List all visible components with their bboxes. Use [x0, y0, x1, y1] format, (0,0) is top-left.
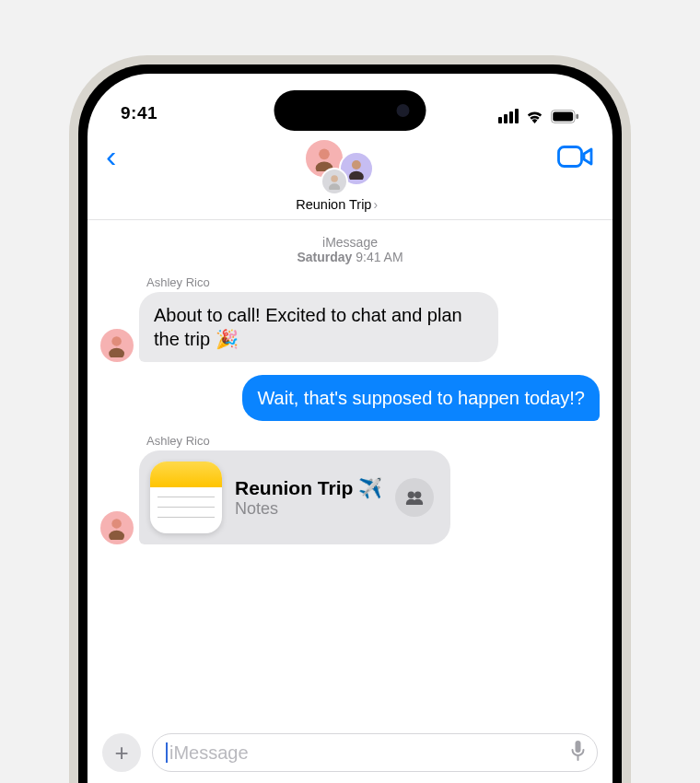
svg-rect-18: [576, 741, 581, 753]
svg-point-13: [110, 531, 125, 539]
svg-point-15: [414, 492, 421, 498]
group-info[interactable]: Reunion Trip ›: [296, 138, 378, 212]
group-avatars: [300, 138, 374, 195]
svg-point-14: [408, 492, 414, 498]
sender-avatar[interactable]: [100, 329, 134, 362]
sender-label: Ashley Rico: [146, 275, 600, 289]
message-row: About to call! Excited to chat and plan …: [100, 292, 600, 362]
clock: 9:41: [121, 103, 158, 123]
text-caret: [166, 742, 168, 763]
message-thread[interactable]: iMessage Saturday 9:41 AM Ashley Rico Ab…: [88, 220, 612, 726]
message-row: Wait, that's supposed to happen today!?: [100, 375, 600, 421]
conversation-header: ‹ Reunion Trip ›: [88, 129, 612, 220]
svg-point-10: [112, 337, 122, 346]
svg-point-12: [112, 520, 122, 529]
collaboration-badge[interactable]: [395, 478, 434, 517]
add-attachment-button[interactable]: +: [102, 733, 141, 772]
svg-point-7: [331, 175, 338, 182]
attachment-title: Reunion Trip ✈️: [235, 477, 382, 499]
svg-rect-2: [576, 113, 578, 118]
svg-point-17: [413, 499, 423, 505]
outgoing-message[interactable]: Wait, that's supposed to happen today!?: [242, 375, 600, 421]
dynamic-island: [274, 90, 426, 131]
thread-timestamp: iMessage Saturday 9:41 AM: [100, 235, 600, 264]
svg-point-6: [349, 171, 364, 180]
back-button[interactable]: ‹: [106, 138, 116, 169]
group-name-label: Reunion Trip: [296, 197, 371, 212]
svg-point-8: [329, 183, 340, 190]
dictation-button[interactable]: [570, 740, 586, 765]
attachment-source: Notes: [235, 499, 382, 519]
sender-label: Ashley Rico: [146, 434, 600, 448]
notes-app-icon: [150, 462, 222, 533]
incoming-message[interactable]: About to call! Excited to chat and plan …: [139, 292, 498, 362]
facetime-button[interactable]: [557, 138, 594, 173]
shared-note-attachment[interactable]: Reunion Trip ✈️ Notes: [139, 450, 450, 544]
message-input[interactable]: iMessage: [152, 733, 598, 772]
cellular-icon: [498, 109, 519, 123]
sender-avatar[interactable]: [100, 511, 134, 544]
svg-rect-1: [553, 111, 573, 121]
svg-point-5: [352, 160, 361, 169]
message-row: Reunion Trip ✈️ Notes: [100, 450, 600, 544]
compose-bar: + iMessage: [88, 726, 612, 783]
svg-rect-9: [559, 147, 582, 167]
chevron-right-icon: ›: [373, 197, 378, 212]
svg-point-3: [319, 149, 330, 160]
wifi-icon: [525, 110, 544, 123]
svg-point-11: [110, 348, 125, 356]
battery-icon: [551, 110, 579, 123]
input-placeholder: iMessage: [169, 742, 570, 764]
